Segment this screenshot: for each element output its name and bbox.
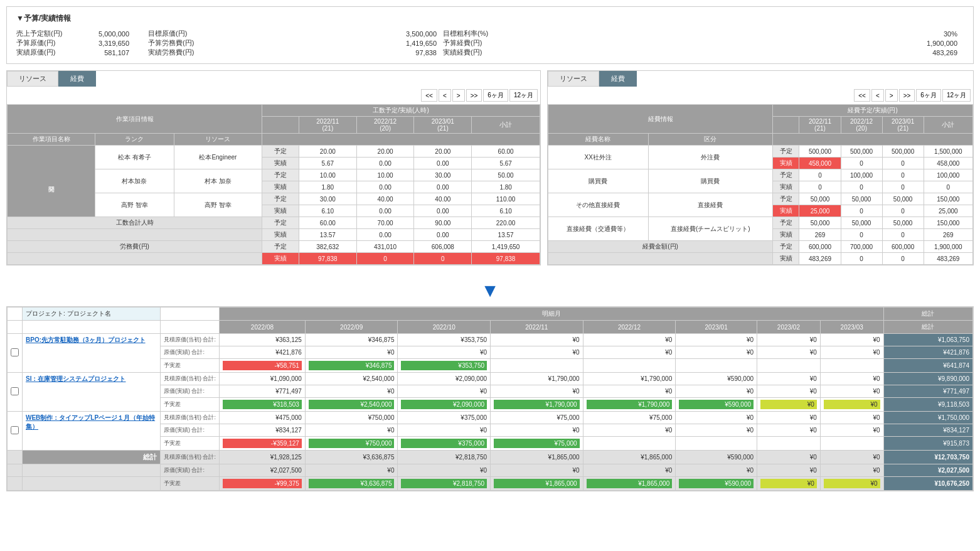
- v2-jisseki-1: 0.00: [356, 158, 414, 169]
- check-si[interactable]: [11, 387, 19, 395]
- etotal-sub-y: 1,900,000: [924, 241, 972, 253]
- val-actual-wage-empty: [223, 48, 261, 57]
- bpo-yosa-0302: [757, 359, 821, 373]
- gtotal-yotei-0301: ¥590,000: [676, 451, 757, 464]
- ev1-4: 50,000: [799, 217, 841, 229]
- nav-12mo-left[interactable]: 12ヶ月: [509, 89, 538, 102]
- si-yotei-0302: ¥0: [757, 373, 821, 385]
- tab-resource-right[interactable]: リソース: [548, 71, 599, 87]
- panels-row: リソース 経費 << < > >> 6ヶ月 12ヶ月 作業項目情報 工数予定/実…: [6, 70, 974, 265]
- bpo-yotei-0302: ¥0: [757, 334, 821, 346]
- bpo-yotei-label: 見積原価(当初) 合計:: [161, 334, 220, 346]
- work-col3-header: 2023/01(21): [414, 117, 472, 134]
- web-yotei-0208: ¥475,000: [220, 412, 306, 424]
- wage-label-j: [8, 253, 262, 265]
- bottom-section: プロジェクト: プロジェクト名 明細月 総計 2022/08 2022/09 2…: [6, 306, 974, 491]
- v2-yotei-3: 40.00: [356, 193, 414, 205]
- total-jisseki-label: 原価(実績) 合計:: [161, 464, 220, 477]
- checkbox-si[interactable]: [8, 373, 23, 412]
- val-actual-wage: 97,838: [386, 48, 443, 57]
- v1-yotei-2: 10.00: [299, 169, 356, 181]
- bpo-total-yotei: ¥1,063,750: [883, 334, 972, 346]
- gtotal-yosa-0302: ¥0: [757, 477, 821, 491]
- etotal-v3-y: 600,000: [882, 241, 924, 253]
- web-jisseki-label: 原価(実績) 合計:: [161, 424, 220, 437]
- label-sales: 売上予定額(円): [16, 29, 92, 38]
- project-link-si[interactable]: SI：在庫管理システムプロジェクト: [26, 375, 125, 382]
- type-jisseki-3: 実績: [262, 205, 299, 217]
- nav-prev-right[interactable]: <: [871, 89, 884, 102]
- bpo-yotei-0210: ¥353,750: [398, 334, 491, 346]
- total-hours-label: 工数合計人時: [8, 217, 262, 229]
- expense-total-label: 経費金額(円): [548, 241, 773, 253]
- web-total-yotei: ¥1,750,000: [883, 412, 972, 424]
- nav-prev-left[interactable]: <: [439, 89, 451, 102]
- nav-6mo-right[interactable]: 6ヶ月: [916, 89, 941, 102]
- type-exp-yotei-4: 予定: [773, 217, 799, 229]
- label-target-cost: 目標原価(円): [148, 29, 223, 38]
- total-v1-yotei: 60.00: [299, 217, 356, 229]
- check-web[interactable]: [11, 426, 19, 434]
- si-yotei-0210: ¥2,090,000: [398, 373, 491, 385]
- work-resource-header: リソース: [174, 134, 262, 146]
- total-pj-label2: [23, 464, 161, 477]
- project-name-web[interactable]: WEB制作：タイアップLPページ１月（年始特集）: [23, 412, 161, 451]
- project-name-si[interactable]: SI：在庫管理システムプロジェクト: [23, 373, 161, 412]
- resource-muramoto: 村本 加奈: [174, 169, 262, 193]
- si-yotei-0303: ¥0: [820, 373, 883, 385]
- si-yotei-label: 見積原価(当初) 合計:: [161, 373, 220, 385]
- nav-first-left[interactable]: <<: [421, 89, 437, 102]
- si-yotei-0209: ¥2,540,000: [305, 373, 398, 385]
- ej1-1: 458,000: [799, 158, 841, 169]
- nav-6mo-left[interactable]: 6ヶ月: [483, 89, 508, 102]
- nav-next-left[interactable]: >: [452, 89, 465, 102]
- nav-12mo-right[interactable]: 12ヶ月: [942, 89, 971, 102]
- nav-first-right[interactable]: <<: [854, 89, 870, 102]
- month-2209: 2022/09: [305, 321, 398, 334]
- work-info-header: 作業項目情報: [8, 105, 262, 134]
- gtotal-jisseki-0301: ¥0: [676, 464, 757, 477]
- project-link-web[interactable]: WEB制作：タイアップLPページ１月（年始特集）: [26, 414, 155, 430]
- project-name-bpo[interactable]: BPO:先方常駐勤務（3ヶ月）プロジェクト: [23, 334, 161, 373]
- type-jisseki-2: 実績: [262, 181, 299, 193]
- si-yosa-label: 予実差: [161, 398, 220, 412]
- esub-3: 150,000: [924, 193, 972, 205]
- nav-next-right[interactable]: >: [885, 89, 898, 102]
- web-yosa-0211: ¥75,000: [491, 437, 583, 451]
- si-yosa-0209: ¥2,540,000: [305, 398, 398, 412]
- ev3-2: 0: [882, 169, 924, 181]
- gtotal-yosa-0212: ¥1,865,000: [583, 477, 676, 491]
- web-jisseki-0212: ¥0: [583, 424, 676, 437]
- checkbox-bpo[interactable]: [8, 334, 23, 373]
- ejsub-1: 458,000: [924, 158, 972, 169]
- bpo-yosa-0209: ¥346,875: [305, 359, 398, 373]
- val-target-cost: 3,500,000: [386, 29, 443, 38]
- expense-subtotal-header: 小計: [924, 117, 972, 134]
- total-v3-jisseki: 0.00: [414, 229, 472, 241]
- tab-expense-right[interactable]: 経費: [599, 71, 637, 87]
- web-yosa-0210: ¥375,000: [398, 437, 491, 451]
- ev3-4: 50,000: [882, 217, 924, 229]
- totals-label: 総計: [23, 451, 161, 464]
- nav-last-right[interactable]: >>: [899, 89, 915, 102]
- web-yotei-0210: ¥375,000: [398, 412, 491, 424]
- val-budget-expense: 1,900,000: [518, 38, 964, 48]
- total-v2-jisseki: 0.00: [356, 229, 414, 241]
- ej2-3: 0: [841, 205, 882, 217]
- totals-row-yosa: 予実差 -¥99,375 ¥3,636,875 ¥2,818,750 ¥1,86…: [8, 477, 973, 491]
- check-bpo[interactable]: [11, 348, 19, 356]
- tab-expense-left[interactable]: 経費: [58, 71, 96, 87]
- checkbox-web[interactable]: [8, 412, 23, 451]
- ej2-1: 0: [841, 158, 882, 169]
- ej1-3: 25,000: [799, 205, 841, 217]
- tab-resource-left[interactable]: リソース: [7, 71, 58, 87]
- sub-jisseki-3: 6.10: [472, 205, 540, 217]
- si-jisseki-0301: ¥0: [676, 385, 757, 398]
- expense-col3-header: 2023/01(21): [882, 117, 924, 134]
- month-2211: 2022/11: [491, 321, 583, 334]
- bpo-yosa-0210: ¥353,750: [398, 359, 491, 373]
- ev2-2: 100,000: [841, 169, 882, 181]
- type-exp-yotei-2: 予定: [773, 169, 799, 181]
- project-link-bpo[interactable]: BPO:先方常駐勤務（3ヶ月）プロジェクト: [26, 336, 146, 343]
- nav-last-left[interactable]: >>: [466, 89, 482, 102]
